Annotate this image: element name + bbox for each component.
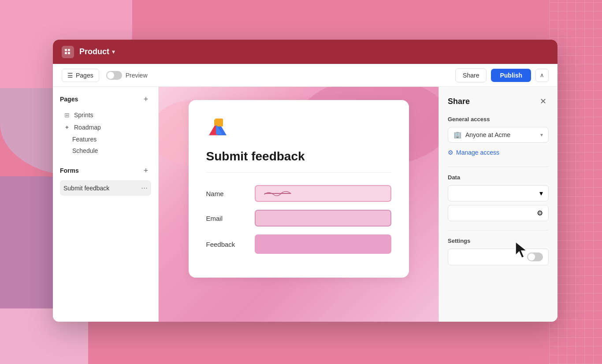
feedback-label: Feedback <box>206 241 246 248</box>
roadmap-icon: ✦ <box>63 124 71 131</box>
toolbar: ☰ Pages Preview Share Publish ∧ <box>53 64 557 87</box>
forms-section: Forms + Submit feedback ··· <box>60 165 151 196</box>
email-input[interactable] <box>255 210 391 227</box>
form-card: Submit feedback Name Email <box>189 100 409 278</box>
features-label: Features <box>72 136 97 143</box>
forms-item-content: Submit feedback <box>63 185 109 192</box>
share-panel: Share ✕ General access 🏢 Anyone at Acme … <box>438 87 557 322</box>
sidebar-item-schedule[interactable]: Schedule <box>60 145 151 156</box>
form-title: Submit feedback <box>206 149 391 173</box>
chevron-up-button[interactable]: ∧ <box>535 69 549 82</box>
access-dropdown[interactable]: 🏢 Anyone at Acme ▾ <box>448 127 549 143</box>
sidebar-item-features[interactable]: Features <box>60 134 151 145</box>
pages-section-title: Pages <box>60 96 78 103</box>
settings-section-label: Settings <box>448 238 549 244</box>
svg-rect-1 <box>68 49 70 51</box>
form-preview-bg: Submit feedback Name Email <box>159 87 438 322</box>
pages-label: Pages <box>76 72 93 79</box>
window-title[interactable]: Product ▾ <box>79 47 115 56</box>
roadmap-label: Roadmap <box>74 124 101 131</box>
hamburger-icon: ☰ <box>67 72 73 79</box>
share-divider <box>448 167 549 167</box>
svg-rect-10 <box>214 119 221 126</box>
toolbar-left: ☰ Pages Preview <box>62 69 148 82</box>
preview-toggle-group: Preview <box>106 71 148 80</box>
forms-item-submit-feedback[interactable]: Submit feedback ··· <box>60 180 151 196</box>
settings-divider <box>448 230 549 230</box>
name-input[interactable] <box>255 185 391 202</box>
settings-toggle-switch[interactable] <box>527 253 543 261</box>
general-access-label: General access <box>448 116 549 123</box>
preview-toggle-switch[interactable] <box>106 71 122 80</box>
title-bar: Product ▾ <box>53 40 557 64</box>
forms-section-title: Forms <box>60 167 79 174</box>
sprints-label: Sprints <box>74 111 93 119</box>
forms-item-menu-button[interactable]: ··· <box>141 183 148 193</box>
grid-icon <box>64 48 71 56</box>
publish-button[interactable]: Publish <box>491 69 531 82</box>
share-panel-close-button[interactable]: ✕ <box>537 96 549 107</box>
share-panel-header: Share ✕ <box>448 96 549 107</box>
settings-section: Settings <box>448 238 549 265</box>
pages-add-button[interactable]: + <box>141 94 151 104</box>
forms-add-button[interactable]: + <box>141 165 151 176</box>
access-dropdown-value: Anyone at Acme <box>465 131 537 138</box>
pages-section-header: Pages + <box>60 94 151 104</box>
data-section: Data ▾ ⚙ <box>448 174 549 221</box>
submit-feedback-label: Submit feedback <box>63 185 109 192</box>
name-label: Name <box>206 190 246 197</box>
preview-label: Preview <box>126 72 148 79</box>
share-button[interactable]: Share <box>455 68 487 82</box>
share-panel-title: Share <box>448 97 470 106</box>
app-icon <box>62 46 74 58</box>
toolbar-right: Share Publish ∧ <box>455 68 549 82</box>
sidebar-item-sprints[interactable]: ⊞ Sprints <box>60 109 151 121</box>
sidebar: Pages + ⊞ Sprints ✦ Roadmap Features Sch… <box>53 87 159 322</box>
data-settings-row[interactable]: ⚙ <box>448 205 549 221</box>
email-label: Email <box>206 215 246 222</box>
signature-icon <box>262 189 293 198</box>
app-logo-icon <box>206 116 229 139</box>
manage-access-button[interactable]: ⚙ Manage access <box>448 149 549 156</box>
sidebar-item-roadmap[interactable]: ✦ Roadmap <box>60 121 151 134</box>
feedback-textarea[interactable] <box>255 234 391 254</box>
form-field-name: Name <box>206 185 391 202</box>
pages-section: Pages + ⊞ Sprints ✦ Roadmap Features Sch… <box>60 94 151 156</box>
svg-rect-2 <box>65 52 67 54</box>
chevron-up-icon: ∧ <box>540 72 544 78</box>
title-text: Product <box>79 47 109 56</box>
svg-rect-0 <box>65 49 67 51</box>
form-field-email: Email <box>206 210 391 227</box>
sprints-icon: ⊞ <box>63 111 71 119</box>
general-access-section: General access 🏢 Anyone at Acme ▾ ⚙ Mana… <box>448 116 549 156</box>
dropdown-chevron-icon: ▾ <box>540 132 543 138</box>
data-dropdown[interactable]: ▾ <box>448 185 549 201</box>
pages-button[interactable]: ☰ Pages <box>62 69 99 82</box>
main-canvas: Submit feedback Name Email <box>159 87 438 322</box>
main-window: Product ▾ ☰ Pages Preview Share Publish … <box>53 40 557 322</box>
content-area: Pages + ⊞ Sprints ✦ Roadmap Features Sch… <box>53 87 557 322</box>
forms-section-header: Forms + <box>60 165 151 176</box>
data-section-label: Data <box>448 174 549 181</box>
data-settings-icon: ⚙ <box>537 209 543 217</box>
settings-toggle-row <box>448 249 549 265</box>
title-chevron-icon: ▾ <box>112 48 115 55</box>
manage-access-icon: ⚙ <box>448 149 453 156</box>
form-field-feedback: Feedback <box>206 234 391 254</box>
schedule-label: Schedule <box>72 147 98 154</box>
building-icon: 🏢 <box>453 131 462 139</box>
form-logo <box>206 116 391 141</box>
data-dropdown-chevron-icon: ▾ <box>539 189 543 197</box>
svg-rect-3 <box>68 52 70 54</box>
manage-access-label: Manage access <box>456 149 499 156</box>
